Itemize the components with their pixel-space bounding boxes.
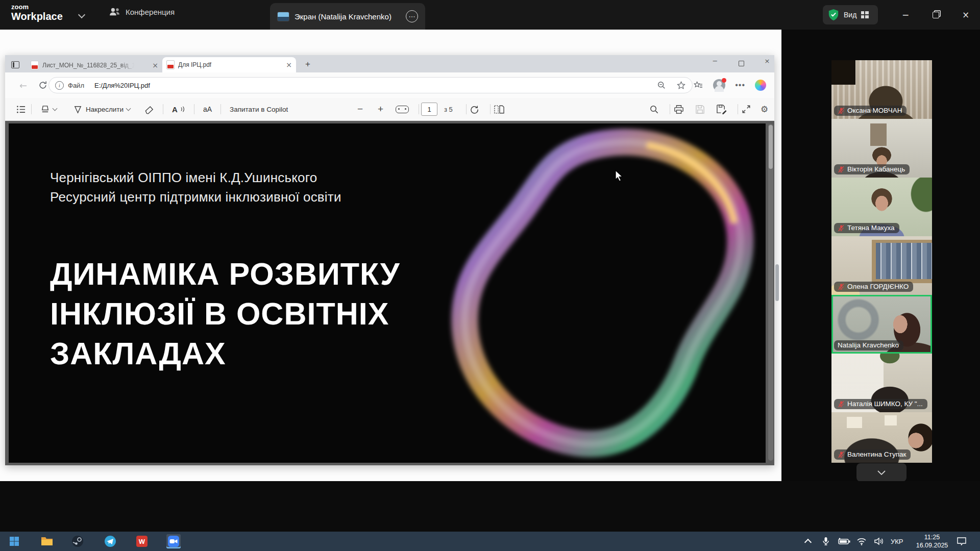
notification-center-icon[interactable] (957, 532, 967, 551)
highlighter-icon (40, 105, 50, 114)
participant-tile[interactable]: Наталія ШИМКО, КУ "... (831, 354, 932, 412)
new-tab-button[interactable]: + (305, 59, 310, 69)
translate-button[interactable]: аA (200, 105, 215, 113)
browser-tabstrip: Лист_МОН_№_116828_25_від_13 × Для ІРЦ.pd… (5, 55, 774, 72)
mic-muted-icon (838, 283, 845, 290)
participant-tile[interactable]: Вікторія Кабанець (831, 119, 932, 178)
restore-button[interactable] (928, 8, 943, 21)
refresh-icon[interactable] (38, 81, 47, 90)
settings-gear-icon[interactable]: ⚙ (761, 104, 768, 114)
zoom-in-page-button[interactable]: + (378, 104, 383, 115)
browser-restore-button[interactable] (739, 61, 744, 66)
fit-width-icon[interactable] (396, 106, 409, 113)
pdf-toolbar: Накреслити A аA Запитати в Copilot − + (5, 98, 774, 121)
favorite-star-icon[interactable] (676, 81, 686, 90)
tray-mic-icon[interactable] (822, 532, 830, 551)
url-field[interactable]: i Файл E:/Для%20ІРЦ.pdf (48, 77, 693, 93)
zoom-workplace-logo: zoom Workplace (11, 4, 63, 21)
participants-panel: Оксана МОВЧАН Вікторія Кабанець Тетяна М… (781, 30, 980, 481)
mic-muted-icon (838, 166, 845, 173)
rotate-icon[interactable] (470, 105, 479, 114)
screen-thumbnail-icon (277, 12, 289, 21)
windows-logo-icon (9, 536, 19, 546)
page-number-input[interactable] (421, 103, 437, 116)
participant-tile-active-speaker[interactable]: Natalija Kravchenko (831, 295, 932, 354)
mic-muted-icon (838, 400, 845, 408)
save-icon (695, 105, 705, 114)
logo-text-big: Workplace (11, 11, 63, 21)
chevron-down-icon (877, 470, 886, 475)
tray-hidden-icons[interactable] (805, 532, 811, 551)
browser-addressbar: ← i Файл E:/Для%20ІРЦ.pdf ••• (5, 72, 774, 98)
mouse-cursor (615, 170, 624, 182)
tab-meeting[interactable]: Конференция (109, 7, 175, 16)
chevron-down-icon[interactable] (78, 11, 85, 18)
participant-tile[interactable]: Тетяна Макуха (831, 178, 932, 236)
tray-clock[interactable]: 11:25 16.09.2025 (909, 533, 955, 549)
participant-tile[interactable]: Валентина Ступак (831, 412, 932, 463)
participant-tile[interactable]: Оксана МОВЧАН (831, 60, 932, 119)
participant-name-pill: Natalija Kravchenko (834, 340, 903, 350)
iridescent-bubble-image (427, 123, 766, 463)
share-scrollbar-thumb[interactable] (775, 264, 779, 301)
close-tab-icon[interactable]: × (152, 61, 158, 69)
page-info-icon[interactable]: i (55, 81, 64, 90)
save-as-icon[interactable] (716, 104, 727, 114)
ask-copilot-button[interactable]: Запитати в Copilot (226, 106, 291, 113)
zoom-app-icon[interactable] (166, 534, 181, 548)
share-tab-label: Экран (Natalija Kravchenko) (295, 12, 391, 21)
fullscreen-icon[interactable] (742, 105, 751, 114)
tray-date: 16.09.2025 (909, 541, 955, 549)
meeting-tab-label: Конференция (126, 8, 175, 16)
read-aloud-button[interactable]: A (168, 105, 189, 114)
browser-close-button[interactable]: × (760, 57, 775, 65)
browser-tab-1[interactable]: Лист_МОН_№_116828_25_від_13 × (27, 58, 162, 72)
tray-volume-icon[interactable] (874, 532, 884, 551)
zoom-out-page-button[interactable]: − (357, 104, 363, 115)
favorites-bar-icon[interactable] (693, 81, 703, 90)
toc-icon[interactable] (16, 105, 26, 114)
w-app-icon[interactable]: W (135, 534, 149, 548)
tray-language[interactable]: УКР (891, 532, 903, 551)
browser-tab-2[interactable]: Для ІРЦ.pdf × (162, 57, 296, 72)
mic-muted-icon (838, 224, 845, 232)
browser-minimize-button[interactable]: − (707, 57, 723, 65)
url-text: E:/Для%20ІРЦ.pdf (94, 82, 150, 89)
zoom-out-icon[interactable] (657, 81, 666, 90)
tray-battery-icon[interactable] (838, 532, 850, 551)
participant-tile[interactable]: Олена ГОРДІЄНКО (831, 236, 932, 295)
highlight-button[interactable] (37, 105, 60, 114)
page-of-label: з 5 (444, 106, 453, 113)
sound-waves-icon (181, 106, 185, 113)
pdf-scrollbar-thumb[interactable] (769, 125, 773, 169)
zoom-meeting-window: zoom Workplace Конференция Экран (Natali… (0, 0, 980, 551)
addressbar-right-icons: ••• (693, 72, 766, 98)
back-icon[interactable]: ← (19, 80, 27, 91)
view-menu-button[interactable]: Вид (823, 5, 878, 24)
erase-button[interactable] (141, 105, 158, 114)
minimize-button[interactable]: − (898, 8, 913, 21)
slide-organization-text: Чернігівський ОІППО імені К.Д.Ушинського… (50, 168, 341, 207)
search-icon[interactable] (649, 105, 659, 114)
participant-name-pill: Олена ГОРДІЄНКО (834, 282, 913, 292)
tab-actions-icon[interactable] (11, 61, 19, 68)
pdf-file-icon (166, 60, 175, 69)
tab-options-icon[interactable]: ⋯ (406, 10, 418, 22)
close-tab-icon[interactable]: × (286, 61, 292, 69)
print-icon[interactable] (674, 105, 684, 114)
browser-menu-icon[interactable]: ••• (735, 81, 745, 90)
profile-avatar[interactable] (713, 79, 725, 91)
file-explorer-icon[interactable] (40, 534, 54, 548)
tab-shared-screen[interactable]: Экран (Natalija Kravchenko) ⋯ (270, 3, 425, 30)
page-view-icon[interactable] (494, 105, 504, 114)
pdf-scrollbar[interactable] (768, 124, 773, 461)
draw-button[interactable]: Накреслити (69, 105, 134, 114)
steam-app-icon[interactable] (70, 534, 85, 548)
start-button[interactable] (7, 534, 21, 548)
org-line-2: Ресурсний центр підтримки інклюзивної ос… (50, 187, 341, 207)
tray-wifi-icon[interactable] (856, 532, 867, 551)
next-participants-button[interactable] (856, 463, 906, 482)
telegram-icon[interactable] (103, 534, 117, 548)
copilot-icon[interactable] (755, 80, 766, 91)
close-button[interactable]: × (958, 8, 973, 21)
